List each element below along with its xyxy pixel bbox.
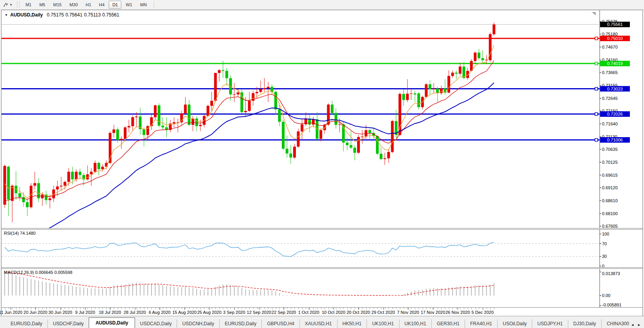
rsi-panel[interactable]: 10070300 — [2, 230, 642, 267]
chart-tab-dj30-daily[interactable]: DJ30,Daily — [568, 319, 601, 328]
chart-tab-hk50-h1[interactable]: HK50,H1 — [337, 319, 367, 328]
date-axis-label: 10 Oct 2020 — [322, 310, 345, 315]
timeframe-button-h1[interactable]: H1 — [82, 1, 95, 9]
date-tick — [464, 308, 464, 309]
date-tick — [287, 308, 287, 309]
candle — [380, 148, 383, 160]
date-tick — [317, 308, 317, 309]
chart-tab-usoil-daily[interactable]: USOil,Daily — [497, 319, 532, 328]
candle — [195, 116, 198, 131]
chart-tab-ger30-h1[interactable]: GER30,H1 — [431, 319, 465, 328]
date-tick — [272, 308, 272, 309]
date-tick — [400, 308, 400, 309]
date-tick — [129, 308, 130, 309]
symbol-dropdown-icon[interactable]: ▼ — [5, 13, 8, 17]
date-tick — [215, 308, 216, 309]
candle — [410, 89, 412, 100]
date-axis[interactable]: 11 Jun 202020 Jun 202030 Jun 20209 Jul 2… — [2, 307, 642, 316]
chart-tab-usdcnh-daily[interactable]: USDCNH,Daily — [177, 319, 219, 328]
price-axis-label: 0.67605 — [602, 224, 618, 228]
chart-tab-uk100-h1[interactable]: UK100,H1 — [399, 319, 431, 328]
line-handle[interactable] — [595, 62, 598, 65]
chart-tab-fra40-h1[interactable]: FRA40,H1 — [465, 319, 497, 328]
date-tick — [12, 308, 13, 309]
chart-tab-eurusd-daily[interactable]: EURUSD,Daily — [5, 319, 47, 328]
pointer-tool-button[interactable]: ▼ — [1, 0, 15, 9]
candle — [120, 136, 123, 149]
date-tick — [230, 308, 231, 309]
date-tick — [347, 308, 348, 309]
date-tick — [212, 308, 212, 309]
timeframe-button-m5[interactable]: M5 — [36, 1, 49, 9]
price-tag: 0.72026 — [600, 111, 630, 117]
date-tick — [471, 308, 472, 309]
candle — [203, 115, 206, 127]
macd-histogram — [5, 272, 494, 295]
date-tick — [54, 308, 54, 309]
timeframe-button-m15[interactable]: M15 — [49, 1, 65, 9]
tab-scroll-left-icon[interactable]: ◄ — [631, 323, 634, 327]
chart-tab-eurusd-daily[interactable]: EURUSD,Daily — [219, 319, 262, 328]
timeframe-button-h4[interactable]: H4 — [95, 1, 108, 9]
candle — [474, 51, 476, 64]
macd-panel[interactable]: 0.0138730.00-0.005891 — [2, 269, 642, 307]
tab-scroll-right-icon[interactable]: ► — [637, 323, 641, 327]
line-handle[interactable] — [595, 37, 598, 40]
timeframe-button-d1[interactable]: D1 — [109, 1, 121, 9]
date-tick — [325, 308, 325, 309]
date-tick — [69, 308, 69, 309]
candle — [481, 50, 484, 63]
chart-tab-xauusd-h1[interactable]: XAUUSD,H1 — [299, 319, 337, 328]
chart-tab-usdcad-daily[interactable]: USDCAD,Daily — [135, 319, 177, 328]
date-tick — [385, 308, 385, 309]
chart-tab-audusd-daily[interactable]: AUDUSD,Daily — [89, 317, 135, 328]
date-tick — [291, 308, 291, 309]
svg-text:0.74019: 0.74019 — [607, 61, 623, 66]
date-tick — [313, 308, 314, 309]
chart-window[interactable]: 0.756750.751800.746700.741600.736650.731… — [1, 10, 643, 316]
candle — [353, 145, 356, 160]
date-tick — [445, 308, 445, 309]
date-axis-label: 25 Aug 2020 — [197, 310, 221, 315]
date-tick — [106, 308, 107, 309]
line-handle[interactable] — [595, 139, 598, 141]
timeframe-button-m1[interactable]: M1 — [22, 1, 35, 9]
svg-text:0.75561: 0.75561 — [607, 22, 623, 27]
date-tick — [88, 308, 88, 309]
chart-tab-uk100-h1[interactable]: UK100,H1 — [367, 319, 399, 328]
candle — [109, 131, 111, 164]
timeframe-button-w1[interactable]: W1 — [122, 1, 136, 9]
candle — [406, 79, 409, 102]
timeframe-button-m30[interactable]: M30 — [66, 1, 81, 9]
date-tick — [121, 308, 122, 309]
chart-tab-usdchf-daily[interactable]: USDCHF,Daily — [47, 319, 89, 328]
candle — [331, 101, 334, 115]
date-tick — [16, 308, 16, 309]
main-chart[interactable]: 0.756750.751800.746700.741600.736650.731… — [2, 10, 642, 228]
price-tag: 0.74019 — [600, 61, 630, 66]
date-tick — [456, 308, 457, 309]
date-tick — [265, 308, 265, 309]
date-tick — [193, 308, 193, 309]
line-handle[interactable] — [595, 87, 598, 90]
candle — [459, 63, 462, 75]
macd-axis-label: 0.00 — [602, 293, 610, 298]
date-tick — [261, 308, 261, 309]
line-handle[interactable] — [595, 113, 598, 116]
chart-tab-china300-h1[interactable]: CHINA300,H1 — [601, 319, 629, 328]
candle — [429, 80, 431, 94]
rsi-line — [5, 242, 494, 256]
date-tick — [494, 308, 494, 309]
ohlc-high: 0.75641 — [66, 12, 82, 18]
chart-shift-marker[interactable] — [592, 12, 596, 15]
chart-tab-gbpusd-h4[interactable]: GBPUSD,H4 — [261, 319, 299, 328]
date-tick — [99, 308, 99, 309]
candle — [45, 191, 47, 205]
date-axis-label: 18 Jul 2020 — [99, 310, 121, 315]
chart-tab-usdjpy-h1[interactable]: USDJPY,H1 — [532, 319, 567, 328]
date-tick — [178, 308, 178, 309]
date-tick — [219, 308, 220, 309]
candle — [139, 108, 142, 135]
date-tick — [238, 308, 239, 309]
timeframe-button-mn[interactable]: MN — [137, 1, 150, 9]
